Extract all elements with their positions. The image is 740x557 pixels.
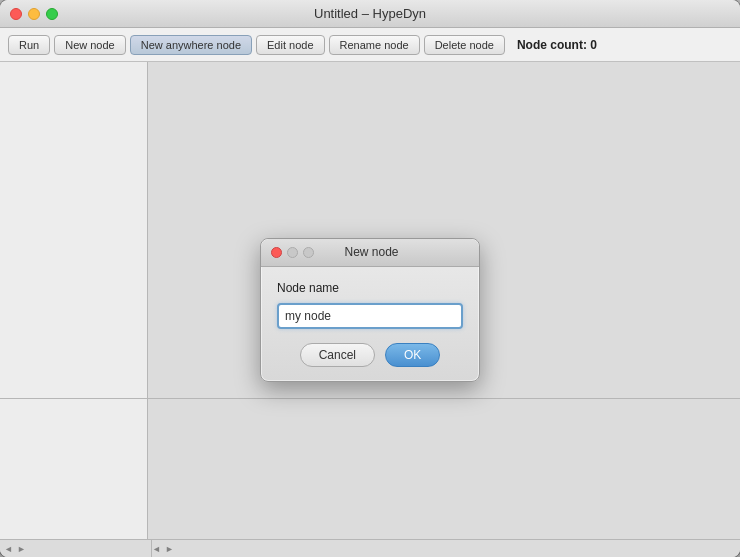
main-area: New node Node name Cancel OK (0, 62, 740, 557)
minimize-button[interactable] (28, 8, 40, 20)
node-name-input[interactable] (277, 303, 463, 329)
window-title: Untitled – HypeDyn (314, 6, 426, 21)
modal-title-bar: New node (261, 239, 479, 267)
new-anywhere-node-button[interactable]: New anywhere node (130, 35, 252, 55)
rename-node-button[interactable]: Rename node (329, 35, 420, 55)
content-area: New node Node name Cancel OK (0, 62, 740, 539)
traffic-lights (10, 8, 58, 20)
title-bar: Untitled – HypeDyn (0, 0, 740, 28)
right-panel: New node Node name Cancel OK (148, 62, 740, 539)
close-button[interactable] (10, 8, 22, 20)
node-count-label: Node count: 0 (517, 38, 597, 52)
new-node-dialog: New node Node name Cancel OK (260, 238, 480, 382)
delete-node-button[interactable]: Delete node (424, 35, 505, 55)
main-window: Untitled – HypeDyn Run New node New anyw… (0, 0, 740, 557)
modal-title: New node (322, 245, 421, 259)
modal-buttons: Cancel OK (277, 343, 463, 367)
modal-overlay: New node Node name Cancel OK (0, 62, 740, 539)
edit-node-button[interactable]: Edit node (256, 35, 324, 55)
new-node-button[interactable]: New node (54, 35, 126, 55)
node-name-label: Node name (277, 281, 463, 295)
maximize-button[interactable] (46, 8, 58, 20)
modal-body: Node name Cancel OK (261, 267, 479, 381)
modal-traffic-lights (271, 247, 314, 258)
cancel-button[interactable]: Cancel (300, 343, 375, 367)
modal-close-button[interactable] (271, 247, 282, 258)
toolbar: Run New node New anywhere node Edit node… (0, 28, 740, 62)
run-button[interactable]: Run (8, 35, 50, 55)
ok-button[interactable]: OK (385, 343, 440, 367)
modal-minimize-button[interactable] (287, 247, 298, 258)
modal-maximize-button[interactable] (303, 247, 314, 258)
